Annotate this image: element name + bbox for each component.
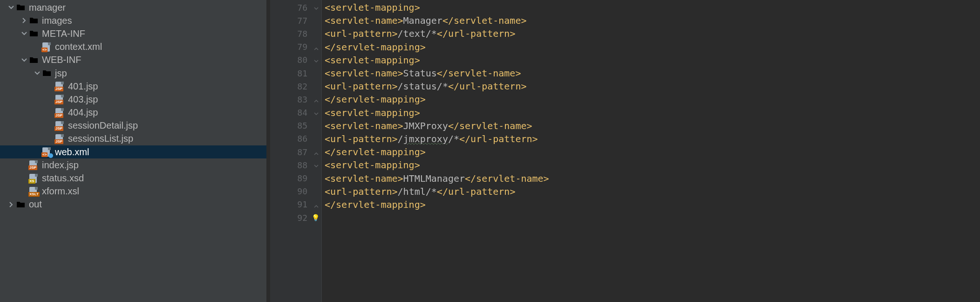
folder-icon (16, 3, 26, 12)
project-tree-panel[interactable]: managerimagesMETA-INF <> context.xmlWEB-… (0, 0, 266, 302)
jsp-file-icon: JSP (55, 121, 65, 130)
fold-start-icon[interactable] (313, 162, 320, 168)
tree-item-label: 403.jsp (68, 94, 98, 105)
code-line[interactable]: <servlet-name>Manager</servlet-name> (325, 14, 980, 27)
fold-end-icon[interactable] (313, 44, 320, 50)
chevron-down-icon[interactable] (20, 30, 29, 37)
code-token-txt: /status/* (398, 81, 448, 92)
gutter-line-number[interactable]: 78 (270, 27, 321, 40)
code-line[interactable]: </servlet-mapping> (325, 93, 980, 106)
code-token-txt: HTMLManager (403, 173, 465, 184)
code-token-tag: </url-pattern> (437, 186, 516, 197)
code-line[interactable]: </servlet-mapping> (325, 145, 980, 158)
tree-item-label: sessionDetail.jsp (68, 120, 138, 131)
xsd-file-icon: XS (29, 174, 39, 183)
xml-file-icon: <> (42, 42, 52, 52)
tree-item[interactable]: JSP 403.jsp (0, 93, 266, 106)
code-line[interactable]: <url-pattern>/jmxproxy/*</url-pattern> (325, 132, 980, 145)
code-token-txt: /html/* (398, 186, 437, 197)
tree-item-label: jsp (55, 68, 67, 79)
gutter-line-number[interactable]: 76 (270, 1, 321, 14)
fold-start-icon[interactable] (313, 4, 320, 11)
xml-conf-file-icon: <> (42, 147, 52, 157)
code-line[interactable]: <url-pattern>/html/*</url-pattern> (325, 185, 980, 198)
code-line[interactable]: </servlet-mapping> (325, 41, 980, 54)
code-line[interactable]: <servlet-name>HTMLManager</servlet-name> (325, 172, 980, 185)
tree-item[interactable]: JSP 404.jsp (0, 106, 266, 119)
gutter-line-number[interactable]: 86 (270, 132, 321, 145)
tree-item[interactable]: manager (0, 1, 266, 14)
editor-code-area[interactable]: <servlet-mapping> <servlet-name>Manager<… (322, 0, 980, 302)
tree-item[interactable]: out (0, 198, 266, 211)
gutter-line-number[interactable]: 80 (270, 54, 321, 67)
tree-item[interactable]: XSLT xform.xsl (0, 185, 266, 198)
jsp-file-icon: JSP (55, 82, 65, 91)
code-token-tag: <servlet-mapping> (325, 107, 420, 118)
chevron-right-icon[interactable] (20, 17, 29, 24)
code-token-tag: <url-pattern> (325, 186, 398, 197)
gutter-line-number[interactable]: 88 (270, 158, 321, 172)
jsp-file-icon: JSP (29, 160, 39, 170)
fold-end-icon[interactable] (313, 96, 320, 103)
tree-item[interactable]: jsp (0, 67, 266, 80)
tree-item-label: 404.jsp (68, 107, 98, 118)
gutter-line-number[interactable]: 79 (270, 41, 321, 54)
code-line[interactable]: <servlet-mapping> (325, 1, 980, 14)
tree-item-label: xform.xsl (42, 186, 79, 197)
chevron-down-icon[interactable] (7, 4, 16, 11)
gutter-line-number[interactable]: 84 (270, 106, 321, 119)
code-token-txt: Manager (403, 15, 442, 26)
chevron-down-icon[interactable] (20, 57, 29, 63)
gutter-line-number[interactable]: 92💡 (270, 211, 321, 224)
folder-icon (29, 29, 39, 38)
editor-panel: 7677787980818283848586878889909192💡 <ser… (266, 0, 980, 302)
intention-bulb-icon[interactable]: 💡 (312, 214, 320, 221)
gutter-line-number[interactable]: 82 (270, 80, 321, 93)
code-line[interactable]: <servlet-mapping> (325, 106, 980, 119)
folder-icon (29, 16, 39, 25)
gutter-line-number[interactable]: 90 (270, 185, 321, 198)
chevron-down-icon[interactable] (33, 70, 42, 76)
gutter-line-number[interactable]: 89 (270, 172, 321, 185)
code-token-tag: <servlet-name> (325, 173, 403, 184)
fold-end-icon[interactable] (313, 149, 320, 155)
tree-item[interactable]: JSP index.jsp (0, 158, 266, 172)
fold-start-icon[interactable] (313, 110, 320, 116)
gutter-line-number[interactable]: 77 (270, 14, 321, 27)
chevron-right-icon[interactable] (7, 201, 16, 208)
code-line[interactable]: <servlet-mapping> (325, 54, 980, 67)
tree-item[interactable]: META-INF (0, 27, 266, 40)
editor-margin (266, 0, 270, 302)
fold-end-icon[interactable] (313, 201, 320, 208)
code-line[interactable]: </servlet-mapping> (325, 198, 980, 211)
code-token-txt: /text/* (398, 28, 437, 39)
gutter-line-number[interactable]: 91 (270, 198, 321, 211)
code-line[interactable]: <servlet-mapping> (325, 158, 980, 172)
code-token-txt: JMXProxy (403, 120, 448, 131)
tree-item[interactable]: JSP 401.jsp (0, 80, 266, 93)
code-token-tag: </servlet-name> (465, 173, 549, 184)
code-line[interactable]: <servlet-name>Status</servlet-name> (325, 67, 980, 80)
tree-item-label: status.xsd (42, 173, 84, 184)
gutter-line-number[interactable]: 83 (270, 93, 321, 106)
code-token-tag: <servlet-name> (325, 15, 403, 26)
code-line[interactable]: <servlet-name>JMXProxy</servlet-name> (325, 119, 980, 132)
code-line[interactable]: <url-pattern>/text/*</url-pattern> (325, 27, 980, 40)
code-line[interactable]: <url-pattern>/status/*</url-pattern> (325, 80, 980, 93)
tree-item-label: WEB-INF (42, 55, 81, 65)
code-line[interactable] (325, 211, 980, 224)
gutter-line-number[interactable]: 85 (270, 119, 321, 132)
tree-item[interactable]: JSP sessionsList.jsp (0, 132, 266, 145)
code-token-tag: </servlet-mapping> (325, 146, 426, 158)
tree-item[interactable]: <> context.xml (0, 41, 266, 54)
gutter-line-number[interactable]: 87 (270, 145, 321, 158)
editor-gutter[interactable]: 7677787980818283848586878889909192💡 (270, 0, 322, 302)
tree-item[interactable]: <> web.xml (0, 145, 266, 158)
tree-item[interactable]: JSP sessionDetail.jsp (0, 119, 266, 132)
tree-item[interactable]: WEB-INF (0, 54, 266, 67)
gutter-line-number[interactable]: 81 (270, 67, 321, 80)
jsp-file-icon: JSP (55, 95, 65, 104)
tree-item[interactable]: images (0, 14, 266, 27)
fold-start-icon[interactable] (313, 57, 320, 63)
tree-item[interactable]: XS status.xsd (0, 172, 266, 185)
